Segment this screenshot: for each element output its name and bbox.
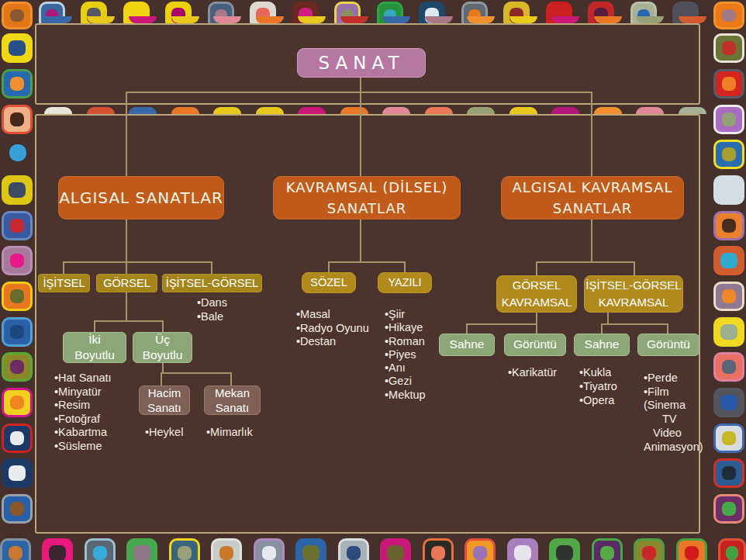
node-sozel: SÖZEL: [302, 272, 356, 293]
list-item: (Sinema: [644, 399, 703, 413]
frame-square-dot: [10, 9, 24, 22]
peek-square-top: [256, 16, 284, 23]
frame-square: [2, 388, 33, 417]
frame-square-dot: [262, 546, 276, 559]
node-label: YAZILI: [388, 275, 421, 291]
frame-square: [634, 538, 665, 560]
node-label: ALGISAL KAVRAMSAL: [512, 177, 672, 198]
frame-square-dot: [722, 502, 736, 515]
node-mekan-sanati: MekanSanatı: [204, 385, 261, 415]
frame-square: [2, 69, 33, 99]
list-item: •Fotoğraf: [54, 413, 112, 427]
frame-square: [676, 538, 707, 560]
connector-line: [126, 220, 127, 261]
peek-square-mid: [679, 107, 706, 114]
node-label: GÖRSEL: [513, 277, 561, 294]
frame-square-dot: [720, 395, 737, 411]
frame-square-dot: [514, 545, 531, 560]
frame-square: [2, 458, 33, 488]
goruntu-1-items: •Karikatür: [508, 365, 557, 379]
frame-square-dot: [431, 546, 445, 559]
hacim-sanati-items: •Heykel: [145, 425, 183, 439]
frame-square: [507, 538, 538, 560]
frame-square-dot: [133, 545, 150, 560]
list-item: Video: [644, 427, 703, 441]
frame-square-dot: [10, 325, 24, 338]
peek-square-mid: [213, 107, 241, 114]
node-label: KAVRAMSAL: [502, 294, 572, 311]
list-item: TV: [644, 413, 703, 427]
frame-square-dot: [10, 77, 24, 90]
peek-square-top: [679, 16, 706, 23]
list-item: •Anı: [385, 361, 426, 375]
frame-square: [713, 211, 744, 240]
frame-square: [2, 211, 33, 240]
frame-square: [2, 352, 33, 382]
frame-square-dot: [10, 502, 24, 515]
connector-line: [591, 220, 592, 261]
peek-square-mid: [594, 107, 622, 114]
list-item: •Hikaye: [385, 321, 426, 334]
frame-square: [713, 69, 744, 99]
connector-line: [161, 372, 162, 386]
list-item: •Masal: [296, 308, 369, 322]
node-label: İŞİTSEL-GÖRSEL: [585, 277, 681, 294]
isitsel-gorsel-items: •Dans•Bale: [197, 296, 227, 323]
peek-square-top: [44, 16, 72, 23]
frame-square-dot: [642, 546, 656, 559]
frame-square-dot: [49, 545, 66, 560]
node-label: SANATLAR: [553, 198, 633, 219]
node-isitsel-gorsel: İŞİTSEL-GÖRSEL: [162, 274, 262, 292]
frame-square-dot: [10, 254, 24, 267]
frame-square-dot: [720, 253, 737, 269]
connector-line: [63, 261, 212, 263]
frame-square-dot: [347, 546, 361, 559]
frame-square-dot: [722, 9, 736, 22]
frame-square: [2, 282, 33, 311]
frame-square-dot: [722, 219, 736, 232]
node-label: Sanatı: [147, 400, 181, 416]
frame-square-dot: [10, 396, 24, 409]
frame-square: [2, 175, 33, 205]
node-label: SANAT: [319, 53, 405, 73]
frame-square: [2, 494, 33, 524]
frame-square: [713, 458, 744, 488]
frame-square: [2, 317, 33, 347]
node-label: Boyutlu: [74, 347, 115, 363]
frame-square: [126, 538, 157, 560]
list-item: •Kabartma: [54, 426, 112, 440]
frame-square-dot: [722, 147, 736, 161]
frame-square: [85, 538, 116, 560]
goruntu-2-items: •Perde•Film(Sinema TV VideoAnimasyon): [644, 372, 703, 454]
list-item: •Opera: [579, 393, 617, 407]
list-item: •Bale: [197, 309, 227, 323]
frame-square: [380, 538, 411, 560]
peek-square-mid: [636, 107, 664, 114]
node-label: KAVRAMSAL (DİLSEL): [286, 177, 447, 198]
connector-line: [126, 92, 127, 177]
frame-square-dot: [302, 545, 319, 560]
frame-square: [713, 423, 744, 453]
peek-square-mid: [551, 107, 579, 114]
frame-square: [2, 2, 33, 29]
connector-line: [94, 320, 164, 322]
connector-line: [94, 320, 95, 333]
frame-square: [169, 538, 200, 560]
list-item: •Tiyatro: [579, 379, 617, 393]
node-sahne-2: Sahne: [574, 334, 630, 356]
frame-square-dot: [722, 360, 736, 373]
connector-line: [126, 292, 127, 320]
connector-line: [536, 261, 635, 263]
peek-square-top: [129, 16, 157, 23]
frame-square-dot: [10, 289, 24, 302]
peek-square-mid: [340, 107, 368, 114]
node-sahne-1: Sahne: [439, 334, 495, 356]
list-item: •Radyo Oyunu: [296, 322, 369, 336]
connector-line: [211, 261, 212, 275]
frame-square: [211, 538, 242, 560]
frame-square: [713, 388, 744, 417]
node-label: Boyutlu: [143, 347, 183, 363]
node-label: SÖZEL: [310, 275, 347, 291]
connector-line: [230, 372, 232, 386]
connector-line: [634, 261, 635, 276]
